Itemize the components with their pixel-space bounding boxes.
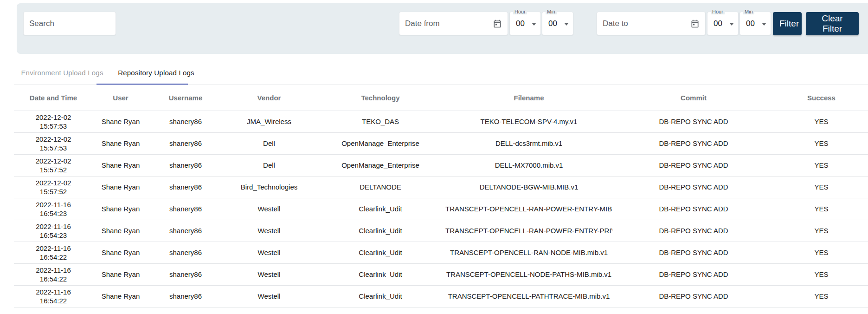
cell-vendor: Westell — [223, 263, 315, 285]
col-header-username: Username — [148, 85, 223, 111]
cell-date-time: 2022-12-0215:57:52 — [14, 176, 93, 198]
min-label: Min — [743, 9, 754, 14]
cell-date-time: 2022-11-1616:54:22 — [14, 285, 93, 307]
table-row: 2022-12-0215:57:52 Shane Ryan shanery86 … — [14, 176, 868, 198]
cell-username: shanery86 — [148, 176, 223, 198]
col-header-filename: Filename — [445, 85, 612, 111]
cell-username: shanery86 — [148, 132, 223, 154]
upload-logs-table: Date and Time User Username Vendor Techn… — [14, 85, 868, 307]
cell-user: Shane Ryan — [93, 132, 148, 154]
date-to-min-select[interactable]: Min 00 — [739, 12, 771, 35]
table-row: 2022-11-1616:54:22 Shane Ryan shanery86 … — [14, 242, 868, 263]
cell-technology: TEKO_DAS — [315, 111, 445, 132]
cell-commit: DB-REPO SYNC ADD — [612, 198, 775, 220]
cell-user: Shane Ryan — [93, 154, 148, 176]
cell-vendor: Dell — [223, 132, 315, 154]
calendar-icon[interactable] — [690, 19, 700, 28]
cell-success: YES — [775, 263, 868, 285]
cell-commit: DB-REPO SYNC ADD — [612, 176, 775, 198]
col-header-vendor: Vendor — [223, 85, 315, 111]
date-to-field — [597, 12, 706, 35]
cell-commit: DB-REPO SYNC ADD — [612, 220, 775, 242]
cell-user: Shane Ryan — [93, 220, 148, 242]
cell-success: YES — [775, 285, 868, 307]
hour-value: 00 — [714, 19, 722, 28]
cell-user: Shane Ryan — [93, 111, 148, 132]
cell-date-time: 2022-11-1616:54:23 — [14, 220, 93, 242]
cell-filename: TRANSCEPT-OPENCELL-RAN-POWER-ENTRY-MIB.m… — [445, 198, 612, 220]
search-box — [23, 12, 116, 35]
cell-date-time: 2022-12-0215:57:53 — [14, 132, 93, 154]
cell-commit: DB-REPO SYNC ADD — [612, 154, 775, 176]
chevron-down-icon — [762, 23, 766, 26]
chevron-down-icon — [564, 23, 569, 26]
date-from-hour-select[interactable]: Hour 00 — [509, 12, 541, 35]
chevron-down-icon — [532, 23, 536, 26]
cell-commit: DB-REPO SYNC ADD — [612, 263, 775, 285]
tab-environment-upload-logs[interactable]: Environment Upload Logs — [14, 60, 110, 85]
log-table-body: 2022-12-0215:57:53 Shane Ryan shanery86 … — [14, 111, 868, 307]
cell-vendor: Westell — [223, 198, 315, 220]
cell-filename: TRANSCEPT-OPENCELL-PATHTRACE-MIB.mib.v1 — [445, 285, 612, 307]
chevron-down-icon — [729, 23, 734, 26]
calendar-icon[interactable] — [493, 19, 502, 28]
cell-username: shanery86 — [148, 263, 223, 285]
cell-date-time: 2022-12-0215:57:52 — [14, 154, 93, 176]
page: Hour 00 Min 00 Hour 00 Min 00 Filte — [0, 0, 868, 314]
min-label: Min — [546, 9, 557, 14]
cell-commit: DB-REPO SYNC ADD — [612, 242, 775, 263]
cell-date-time: 2022-11-1616:54:23 — [14, 198, 93, 220]
table-row: 2022-12-0215:57:53 Shane Ryan shanery86 … — [14, 111, 868, 132]
cell-user: Shane Ryan — [93, 285, 148, 307]
cell-filename: DELTANODE-BGW-MIB.MIB.v1 — [445, 176, 612, 198]
min-value: 00 — [548, 19, 557, 28]
cell-vendor: Westell — [223, 285, 315, 307]
cell-success: YES — [775, 198, 868, 220]
cell-username: shanery86 — [148, 242, 223, 263]
hour-value: 00 — [516, 19, 525, 28]
table-row: 2022-11-1616:54:22 Shane Ryan shanery86 … — [14, 263, 868, 285]
table-row: 2022-12-0215:57:53 Shane Ryan shanery86 … — [14, 132, 868, 154]
cell-technology: Clearlink_Udit — [315, 198, 445, 220]
cell-success: YES — [775, 176, 868, 198]
table-row: 2022-12-0215:57:52 Shane Ryan shanery86 … — [14, 154, 868, 176]
cell-technology: Clearlink_Udit — [315, 263, 445, 285]
cell-commit: DB-REPO SYNC ADD — [612, 132, 775, 154]
cell-success: YES — [775, 154, 868, 176]
cell-success: YES — [775, 132, 868, 154]
col-header-technology: Technology — [315, 85, 445, 111]
cell-vendor: Bird_Technologies — [223, 176, 315, 198]
cell-filename: DELL-MX7000.mib.v1 — [445, 154, 612, 176]
cell-date-time: 2022-12-0215:57:53 — [14, 111, 93, 132]
cell-vendor: JMA_Wireless — [223, 111, 315, 132]
table-header-row: Date and Time User Username Vendor Techn… — [14, 85, 868, 111]
tab-repository-upload-logs[interactable]: Repository Upload Logs — [110, 60, 202, 85]
cell-user: Shane Ryan — [93, 176, 148, 198]
table-row: 2022-11-1616:54:23 Shane Ryan shanery86 … — [14, 198, 868, 220]
date-to-hour-select[interactable]: Hour 00 — [707, 12, 739, 35]
date-to-input[interactable] — [597, 12, 705, 35]
col-header-user: User — [93, 85, 148, 111]
cell-technology: Clearlink_Udit — [315, 285, 445, 307]
cell-filename: TRANSCEPT-OPENCELL-NODE-PATHS-MIB.mib.v1 — [445, 263, 612, 285]
table-row: 2022-11-1616:54:22 Shane Ryan shanery86 … — [14, 285, 868, 307]
cell-user: Shane Ryan — [93, 242, 148, 263]
cell-username: shanery86 — [148, 198, 223, 220]
cell-filename: TRANSCEPT-OPENCELL-RAN-NODE-MIB.mib.v1 — [445, 242, 612, 263]
cell-vendor: Westell — [223, 242, 315, 263]
cell-technology: DELTANODE — [315, 176, 445, 198]
cell-filename: TEKO-TELECOM-SPV-4.my.v1 — [445, 111, 612, 132]
clear-filter-button[interactable]: Clear Filter — [806, 12, 859, 35]
cell-date-time: 2022-11-1616:54:22 — [14, 242, 93, 263]
date-from-min-select[interactable]: Min 00 — [542, 12, 573, 35]
min-value: 00 — [746, 19, 755, 28]
date-from-input[interactable] — [399, 12, 508, 35]
cell-technology: Clearlink_Udit — [315, 242, 445, 263]
col-header-date-time: Date and Time — [14, 85, 93, 111]
hour-label: Hour — [513, 9, 527, 14]
filter-bar: Hour 00 Min 00 Hour 00 Min 00 Filte — [17, 3, 868, 54]
cell-success: YES — [775, 242, 868, 263]
cell-user: Shane Ryan — [93, 263, 148, 285]
search-input[interactable] — [24, 12, 116, 35]
filter-button[interactable]: Filter — [773, 12, 802, 35]
